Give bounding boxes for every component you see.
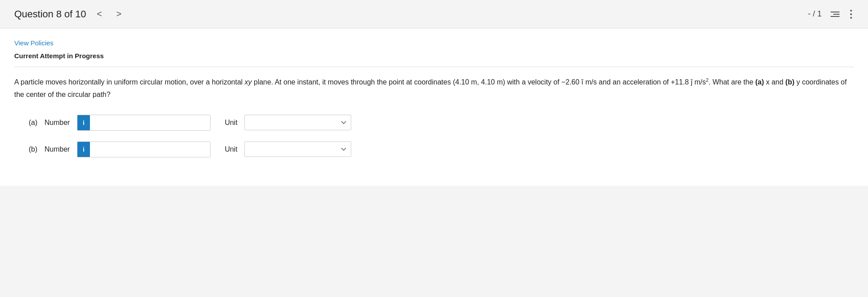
- list-icon[interactable]: [831, 12, 840, 17]
- header: Question 8 of 10 < > - / 1: [0, 0, 868, 28]
- i-hat: î: [581, 76, 583, 88]
- list-line-2: [833, 14, 840, 15]
- part-b-row: (b) Number i Unit m cm km: [14, 141, 854, 157]
- content-area: View Policies Current Attempt in Progres…: [0, 28, 868, 186]
- next-button[interactable]: >: [113, 7, 125, 21]
- part-b-unit-select[interactable]: m cm km: [244, 141, 351, 157]
- divider: [14, 67, 854, 67]
- question-text-part4: m/s: [692, 78, 706, 86]
- part-a-unit-label: Unit: [225, 119, 237, 127]
- view-policies-link[interactable]: View Policies: [14, 39, 53, 47]
- part-a-number-label: Number: [45, 119, 70, 127]
- part-a-unit-select[interactable]: m cm km: [244, 115, 351, 130]
- more-menu-icon[interactable]: [848, 8, 854, 20]
- question-text-part6: x and: [764, 78, 785, 86]
- question-text-part2: plane. At one instant, it moves through …: [252, 78, 581, 86]
- part-a-info-button[interactable]: i: [77, 115, 90, 130]
- dot-3: [850, 17, 852, 19]
- part-a-input-wrapper: i: [77, 115, 211, 131]
- list-line-1: [831, 12, 840, 12]
- question-text-part1: A particle moves horizontally in uniform…: [14, 78, 245, 86]
- list-line-3: [831, 16, 840, 17]
- dot-1: [850, 10, 852, 12]
- part-b-number-input[interactable]: [90, 142, 210, 157]
- question-text: A particle moves horizontally in uniform…: [14, 76, 854, 100]
- question-text-part3: m/s and an acceleration of +11.8: [583, 78, 690, 86]
- part-a-row: (a) Number i Unit m cm km: [14, 115, 854, 131]
- dot-2: [850, 13, 852, 15]
- prev-button[interactable]: <: [93, 7, 105, 21]
- j-hat: ĵ: [691, 76, 693, 88]
- bold-b: (b): [785, 78, 794, 86]
- question-text-part5: . What are the: [709, 78, 755, 86]
- header-right: - / 1: [808, 8, 854, 20]
- part-a-number-input[interactable]: [90, 115, 210, 130]
- header-left: Question 8 of 10 < >: [14, 7, 125, 21]
- part-b-unit-label: Unit: [225, 145, 237, 153]
- part-b-input-wrapper: i: [77, 141, 211, 157]
- part-a-label: (a): [25, 119, 37, 127]
- part-b-number-label: Number: [45, 145, 70, 153]
- attempt-label: Current Attempt in Progress: [14, 52, 854, 60]
- bold-a: (a): [755, 78, 764, 86]
- xy-text: xy: [245, 78, 252, 86]
- part-b-info-button[interactable]: i: [77, 142, 90, 157]
- part-b-label: (b): [25, 145, 37, 153]
- question-title: Question 8 of 10: [14, 8, 86, 20]
- score-display: - / 1: [808, 9, 822, 19]
